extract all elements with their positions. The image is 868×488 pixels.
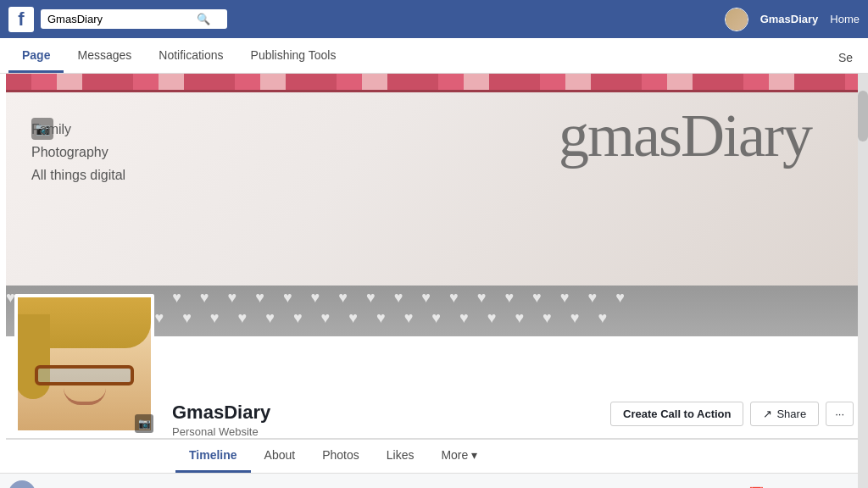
top-navigation: f 🔍 GmasDiary Home xyxy=(0,0,868,38)
bottom-left: ⚑ Reach a new milestone xyxy=(8,480,157,489)
nav-username[interactable]: GmasDiary xyxy=(760,13,819,25)
cover-line3: All things digital xyxy=(31,164,125,186)
bottom-strip: ⚑ Reach a new milestone ☑ Status 🏷 Photo… xyxy=(0,473,868,488)
profile-tab-timeline[interactable]: Timeline xyxy=(175,440,251,473)
profile-avatar-wrap: 📷 xyxy=(14,294,159,438)
profile-info: GmasDiary Personal Website xyxy=(159,393,610,438)
share-arrow-icon: ↗ xyxy=(763,408,772,420)
tab-messages[interactable]: Messages xyxy=(64,40,145,73)
avatar-smile xyxy=(64,388,106,405)
search-input[interactable] xyxy=(47,13,192,25)
profile-tabs: Timeline About Photos Likes More ▾ xyxy=(6,439,862,473)
nav-right: GmasDiary Home xyxy=(725,8,860,31)
cover-logo: gmasDiary xyxy=(559,101,811,171)
cover-line2: Photography xyxy=(31,141,125,164)
profile-tab-more[interactable]: More ▾ xyxy=(427,440,491,473)
profile-tab-about[interactable]: About xyxy=(251,440,309,473)
nav-home-link[interactable]: Home xyxy=(830,13,860,25)
avatar-hair-side xyxy=(16,314,50,399)
profile-name: GmasDiary xyxy=(172,402,602,424)
cover-text: Family Photography All things digital xyxy=(31,118,125,187)
share-button[interactable]: ↗ Share xyxy=(750,402,819,426)
scrollbar-thumb[interactable] xyxy=(858,91,868,141)
avatar-face xyxy=(18,297,151,430)
cover-main: 📷 Family Photography All things digital … xyxy=(6,92,862,286)
more-options-button[interactable]: ··· xyxy=(826,402,854,426)
profile-tab-likes[interactable]: Likes xyxy=(373,440,428,473)
milestone-icon: ⚑ xyxy=(8,480,36,489)
profile-subtitle: Personal Website xyxy=(172,425,602,438)
cover-border-top xyxy=(6,74,862,92)
page-tabs: Page Messages Notifications Publishing T… xyxy=(0,38,868,74)
search-bar[interactable]: 🔍 xyxy=(41,9,227,29)
tab-page[interactable]: Page xyxy=(8,40,64,73)
avatar[interactable] xyxy=(725,8,748,31)
tab-notifications[interactable]: Notifications xyxy=(145,40,236,73)
tab-right-label: Se xyxy=(832,42,860,73)
facebook-logo: f xyxy=(8,7,34,32)
tab-publishing-tools[interactable]: Publishing Tools xyxy=(237,40,350,73)
profile-avatar[interactable] xyxy=(14,294,154,434)
avatar-camera-icon[interactable]: 📷 xyxy=(135,414,153,433)
avatar-glasses xyxy=(35,365,134,385)
profile-section: 📷 GmasDiary Personal Website Create Call… xyxy=(6,336,862,439)
profile-actions: Create Call to Action ↗ Share ··· xyxy=(610,402,862,438)
create-call-to-action-button[interactable]: Create Call to Action xyxy=(610,402,743,426)
profile-tab-photos[interactable]: Photos xyxy=(309,440,373,473)
search-icon: 🔍 xyxy=(197,13,210,25)
cover-line1: Family xyxy=(31,118,125,141)
scrollbar[interactable] xyxy=(858,74,868,488)
